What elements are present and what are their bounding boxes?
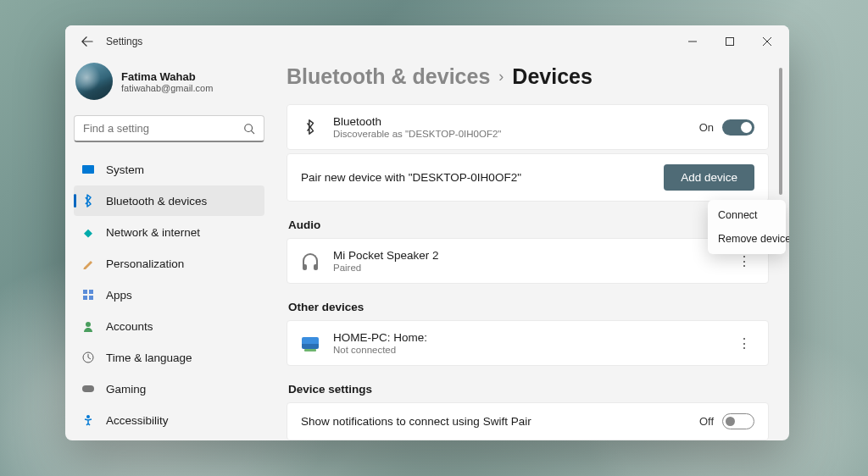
search-box[interactable]: [74, 115, 264, 142]
profile-email: fatiwahab@gmail.com: [121, 83, 213, 93]
time-icon: [81, 350, 96, 365]
device-context-menu: Connect Remove device: [708, 200, 786, 254]
nav-item-bluetooth[interactable]: Bluetooth & devices: [74, 185, 264, 216]
nav-label: Gaming: [106, 383, 146, 396]
nav-label: Network & internet: [106, 226, 200, 239]
nav-item-personalization[interactable]: Personalization: [74, 248, 264, 279]
accessibility-icon: [81, 412, 96, 428]
other-device-card[interactable]: HOME-PC: Home: Not connected ⋮: [287, 320, 769, 366]
pair-text: Pair new device with "DESKTOP-0IH0OF2": [301, 171, 664, 184]
headphones-icon: [301, 253, 320, 268]
swift-pair-toggle[interactable]: [722, 413, 754, 429]
bluetooth-icon: [81, 193, 96, 208]
nav-label: Bluetooth & devices: [106, 195, 207, 208]
nav-label: Time & language: [106, 351, 192, 364]
svg-point-9: [86, 415, 90, 418]
back-button[interactable]: [77, 31, 97, 52]
pair-device-card: Pair new device with "DESKTOP-0IH0OF2" A…: [287, 153, 769, 202]
bluetooth-subtitle: Discoverable as "DESKTOP-0IH0OF2": [333, 129, 699, 139]
breadcrumb: Bluetooth & devices › Devices: [287, 64, 786, 89]
svg-rect-0: [726, 38, 734, 46]
scrollbar-thumb[interactable]: [779, 68, 782, 195]
profile-name: Fatima Wahab: [121, 70, 213, 83]
bluetooth-toggle-card: Bluetooth Discoverable as "DESKTOP-0IH0O…: [287, 104, 769, 150]
nav-item-time[interactable]: Time & language: [74, 342, 264, 373]
bluetooth-title: Bluetooth: [333, 115, 699, 128]
bluetooth-icon: [301, 119, 320, 136]
window-controls: [674, 28, 786, 55]
accounts-icon: [81, 318, 96, 334]
system-icon: [81, 162, 96, 177]
search-icon: [243, 123, 255, 135]
close-button[interactable]: [748, 28, 786, 55]
other-device-status: Not connected: [333, 345, 734, 355]
nav-label: Accessibility: [106, 414, 169, 427]
titlebar: Settings: [65, 25, 789, 58]
svg-rect-4: [83, 296, 87, 300]
svg-rect-8: [82, 385, 94, 392]
other-device-name: HOME-PC: Home:: [333, 331, 734, 344]
arrow-left-icon: [81, 36, 93, 47]
nav-list: System Bluetooth & devices ◆ Network & i…: [74, 154, 264, 440]
nav-item-system[interactable]: System: [74, 154, 264, 185]
nav-label: Personalization: [106, 257, 184, 270]
nav-item-accessibility[interactable]: Accessibility: [74, 405, 264, 435]
other-device-more-button[interactable]: ⋮: [734, 332, 754, 355]
settings-window: Settings Fatima Wahab fatiwahab@gmail.co…: [65, 25, 789, 440]
nav-label: Accounts: [106, 320, 153, 333]
svg-point-6: [86, 322, 91, 327]
avatar: [75, 63, 113, 100]
swift-pair-card: Show notifications to connect using Swif…: [287, 402, 769, 440]
audio-device-card[interactable]: Mi Pocket Speaker 2 Paired ⋮: [287, 238, 769, 284]
swift-pair-title: Show notifications to connect using Swif…: [301, 415, 699, 428]
personalization-icon: [81, 256, 96, 271]
search-input[interactable]: [83, 122, 243, 135]
svg-rect-2: [83, 290, 87, 294]
context-remove[interactable]: Remove device: [709, 227, 784, 251]
swift-pair-state-label: Off: [699, 415, 714, 428]
profile-block[interactable]: Fatima Wahab fatiwahab@gmail.com: [74, 58, 264, 112]
maximize-button[interactable]: [711, 28, 748, 55]
nav-item-network[interactable]: ◆ Network & internet: [74, 217, 264, 247]
nav-item-accounts[interactable]: Accounts: [74, 311, 264, 341]
profile-text: Fatima Wahab fatiwahab@gmail.com: [121, 70, 213, 93]
svg-point-1: [245, 124, 253, 131]
sidebar: Fatima Wahab fatiwahab@gmail.com System: [65, 58, 273, 440]
nav-item-apps[interactable]: Apps: [74, 280, 264, 310]
nav-label: Apps: [106, 289, 132, 302]
bluetooth-toggle[interactable]: [722, 119, 754, 136]
breadcrumb-parent[interactable]: Bluetooth & devices: [287, 64, 490, 89]
gaming-icon: [81, 381, 96, 396]
svg-rect-5: [89, 296, 93, 300]
nav-label: System: [106, 163, 144, 176]
minimize-button[interactable]: [674, 28, 711, 55]
svg-rect-3: [89, 290, 93, 294]
window-title: Settings: [106, 36, 142, 47]
maximize-icon: [726, 37, 734, 46]
section-other: Other devices: [288, 301, 786, 313]
context-connect[interactable]: Connect: [709, 203, 784, 227]
audio-device-name: Mi Pocket Speaker 2: [333, 249, 734, 262]
apps-icon: [81, 287, 96, 302]
breadcrumb-current: Devices: [512, 64, 593, 89]
bluetooth-state-label: On: [699, 121, 714, 134]
network-icon: ◆: [81, 224, 96, 240]
nav-item-privacy[interactable]: Privacy & security: [74, 436, 264, 440]
minimize-icon: [688, 37, 697, 46]
section-device-settings: Device settings: [288, 383, 786, 396]
add-device-button[interactable]: Add device: [664, 164, 754, 191]
chevron-right-icon: ›: [498, 68, 504, 86]
pc-icon: [301, 337, 320, 349]
close-icon: [763, 37, 771, 46]
audio-device-status: Paired: [333, 263, 734, 273]
nav-item-gaming[interactable]: Gaming: [74, 374, 264, 404]
content-area: Fatima Wahab fatiwahab@gmail.com System: [65, 58, 789, 440]
